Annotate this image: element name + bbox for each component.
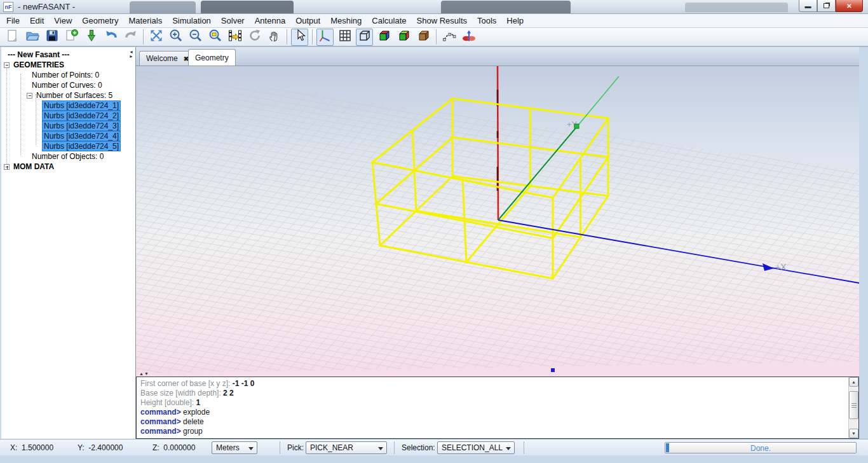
redo-icon (123, 28, 139, 46)
window-title: - newFASANT - (18, 2, 75, 11)
menu-item-help[interactable]: Help (501, 14, 529, 27)
zoom-out-button[interactable] (187, 29, 204, 46)
menu-item-calculate[interactable]: Calculate (367, 14, 411, 27)
tree-item-nurbs-id3edde724-5[interactable]: Nurbs [id3edde724_5] (1, 141, 135, 151)
pan-view-button[interactable] (266, 29, 283, 46)
thumb-grip (851, 403, 857, 404)
pan-icon (267, 28, 282, 46)
select-cursor-button[interactable] (291, 29, 308, 46)
menu-item-geometry[interactable]: Geometry (77, 14, 123, 27)
console-line: Base size [width depth]: 2 2 (140, 389, 847, 398)
chevron-down-icon (378, 447, 383, 450)
prevview-icon (227, 28, 243, 46)
command-console[interactable]: ▲▼ First corner of base [x y z]: -1 -1 0… (136, 377, 859, 439)
tree-item-nurbs-id3edde724-1[interactable]: Nurbs [id3edde724_1] (1, 100, 135, 111)
window-frame-right (859, 47, 868, 455)
tree-item-number-of-surfaces-5[interactable]: Number of Surfaces: 5 (1, 90, 135, 100)
scene-canvas[interactable]: +Y+X (136, 66, 859, 377)
pick-mode-dropdown[interactable]: PICK_NEAR (306, 441, 387, 454)
tree-item-nurbs-id3edde724-2[interactable]: Nurbs [id3edde724_2] (1, 111, 135, 121)
console-splitter-handle[interactable]: ▲▼ (139, 371, 149, 376)
tree-item-geometries[interactable]: GEOMETRIES (1, 60, 135, 70)
wireframe-mode-button[interactable] (356, 29, 373, 46)
tab-label: Geometry (195, 53, 229, 62)
rotate-icon (247, 28, 262, 46)
scroll-up-icon[interactable]: ▲ (849, 377, 858, 387)
menu-item-materials[interactable]: Materials (123, 14, 167, 27)
new-project-button[interactable] (4, 29, 21, 46)
menu-bar: FileEditViewGeometryMaterialsSimulationS… (0, 14, 868, 28)
menu-item-simulation[interactable]: Simulation (167, 14, 216, 27)
menu-item-meshing[interactable]: Meshing (325, 14, 367, 27)
scrollbar-thumb[interactable] (849, 391, 858, 419)
viewport-3d[interactable]: +Y+X (136, 66, 859, 377)
solidcube-icon (377, 28, 392, 46)
units-dropdown[interactable]: Meters (212, 441, 257, 454)
save-icon (44, 28, 60, 46)
menu-item-show-results[interactable]: Show Results (412, 14, 472, 27)
tree-item-label: GEOMETRIES (12, 60, 65, 69)
toolbar-separator (287, 29, 287, 45)
scroll-down-icon[interactable]: ▼ (849, 429, 858, 438)
toolbar-separator (143, 29, 144, 45)
collapse-icon[interactable] (27, 93, 32, 99)
textured-mode-button[interactable] (415, 29, 432, 46)
save-project-button[interactable] (43, 29, 60, 46)
progress-status-text: Done. (665, 444, 856, 453)
tree-item-number-of-points-0[interactable]: Number of Points: 0 (1, 70, 135, 80)
undo-button[interactable] (102, 29, 119, 46)
zoom-in-button[interactable] (167, 29, 184, 46)
menu-item-tools[interactable]: Tools (472, 14, 501, 27)
tree-splitter-handle[interactable]: ◄► (129, 50, 133, 59)
redo-button[interactable] (122, 29, 139, 46)
restore-icon (824, 3, 829, 8)
rotate-view-button[interactable] (246, 29, 263, 46)
open-project-button[interactable] (24, 29, 41, 46)
tree-item-new-fasant[interactable]: --- New Fasant --- (1, 50, 135, 60)
tree-item-label: Number of Surfaces: 5 (35, 91, 114, 100)
close-button[interactable]: ✕ (836, 0, 863, 12)
fit-icon (149, 28, 164, 46)
background-window-shape (201, 1, 294, 13)
curve-tool-button[interactable] (440, 29, 458, 46)
add-geometry-button[interactable] (63, 29, 80, 46)
tree-item-number-of-objects-0[interactable]: Number of Objects: 0 (1, 151, 135, 162)
background-window-shape (130, 1, 196, 13)
selection-label: Selection: (402, 443, 435, 452)
menu-item-solver[interactable]: Solver (216, 14, 250, 27)
console-scrollbar[interactable]: ▲ ▼ (848, 377, 858, 438)
menu-item-file[interactable]: File (1, 14, 25, 27)
background-window-shape (441, 1, 571, 13)
curve-icon (442, 28, 457, 46)
tree-item-number-of-curves-0[interactable]: Number of Curves: 0 (1, 80, 135, 90)
fit-view-button[interactable] (147, 29, 165, 46)
show-axes-button[interactable] (316, 29, 334, 46)
shaded-mode-button[interactable] (395, 29, 412, 46)
chevron-down-icon (506, 447, 511, 450)
tab-welcome[interactable]: Welcome✖ (139, 51, 196, 66)
collapse-icon[interactable] (4, 62, 10, 68)
tab-geometry[interactable]: Geometry (188, 49, 236, 66)
menu-item-edit[interactable]: Edit (25, 14, 49, 27)
menu-item-view[interactable]: View (49, 14, 77, 27)
expand-icon[interactable] (4, 164, 10, 170)
zoom-window-button[interactable] (207, 29, 224, 46)
menu-item-output[interactable]: Output (290, 14, 325, 27)
tree-item-mom-data[interactable]: MOM DATA (1, 162, 135, 172)
selection-mode-dropdown[interactable]: SELECTION_ALL (437, 441, 515, 454)
restore-button[interactable] (817, 0, 836, 12)
tree-item-label: Nurbs [id3edde724_5] (42, 141, 121, 151)
tree-item-nurbs-id3edde724-3[interactable]: Nurbs [id3edde724_3] (1, 121, 135, 131)
minimize-button[interactable]: ▬ (799, 0, 817, 12)
import-button[interactable] (83, 29, 100, 46)
previous-view-button[interactable] (226, 29, 243, 46)
show-grid-button[interactable] (336, 29, 353, 46)
titlebar: nF - newFASANT - ▬ ✕ (0, 0, 868, 14)
far-field-button[interactable] (460, 29, 477, 46)
project-tree-panel: --- New Fasant ---GEOMETRIESNumber of Po… (0, 47, 136, 439)
menu-item-antenna[interactable]: Antenna (250, 14, 290, 27)
y-axis-marker (574, 124, 579, 128)
solid-mode-button[interactable] (376, 29, 393, 46)
console-line: command> delete (140, 417, 847, 427)
tree-item-nurbs-id3edde724-4[interactable]: Nurbs [id3edde724_4] (1, 131, 135, 141)
